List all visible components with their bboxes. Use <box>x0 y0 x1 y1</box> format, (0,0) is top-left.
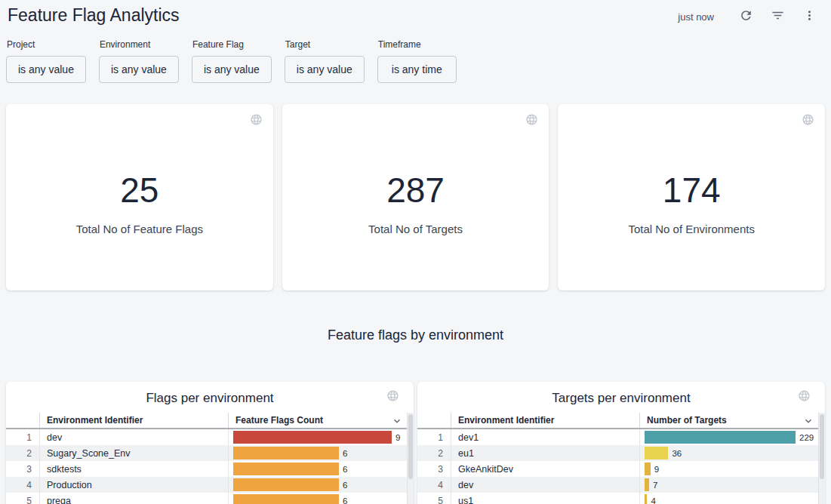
header-actions: just now <box>678 8 818 26</box>
globe-icon[interactable] <box>525 113 538 129</box>
value-bar[interactable] <box>233 463 339 475</box>
environment-cell[interactable]: dev <box>451 477 639 493</box>
kpi-value: 174 <box>663 172 721 208</box>
table-row[interactable]: 5preqa6 <box>6 493 414 504</box>
table-scrollbar[interactable] <box>407 413 414 504</box>
scrollbar-thumb[interactable] <box>820 414 824 479</box>
environment-cell[interactable]: Sugary_Scone_Env <box>39 445 228 461</box>
filter-label: Environment <box>100 40 179 50</box>
row-number-cell: 1 <box>6 429 39 445</box>
value-bar[interactable] <box>645 447 668 459</box>
environment-cell[interactable]: GkeAnkitDev <box>451 461 639 477</box>
value-label: 6 <box>343 465 347 474</box>
table-row[interactable]: 1dev9 <box>6 429 414 445</box>
filter-chip: Targetis any value <box>285 40 365 83</box>
value-bar[interactable] <box>645 478 649 491</box>
scrollbar-thumb[interactable] <box>408 414 413 479</box>
measure-bar-cell[interactable]: 4 <box>639 493 825 504</box>
value-label: 6 <box>343 481 347 490</box>
section-title: Feature flags by environment <box>0 327 831 343</box>
kpi-tile: 25Total No of Feature Flags <box>6 104 273 290</box>
row-number-cell: 3 <box>6 461 39 477</box>
filter-chip: Environmentis any value <box>99 40 179 83</box>
table-row[interactable]: 1dev1229 <box>417 429 825 445</box>
globe-icon[interactable] <box>802 113 814 129</box>
measure-bar-cell[interactable]: 9 <box>639 461 825 477</box>
value-label: 9 <box>654 465 659 474</box>
filter-value-button[interactable]: is any value <box>192 56 272 83</box>
kpi-row: 25Total No of Feature Flags287Total No o… <box>6 104 825 290</box>
dashboard-page: Feature Flag Analytics just now Projecti… <box>0 0 831 504</box>
globe-icon[interactable] <box>386 389 399 405</box>
environment-cell[interactable]: preqa <box>39 493 228 504</box>
filter-chip: Projectis any value <box>6 40 86 83</box>
column-header-environment[interactable]: Environment Identifier <box>39 413 228 428</box>
value-label: 229 <box>799 433 814 442</box>
table-row[interactable]: 5us14 <box>417 493 825 504</box>
table-row[interactable]: 2eu136 <box>417 445 825 461</box>
environment-cell[interactable]: sdktests <box>39 461 228 477</box>
filter-value-button[interactable]: is any value <box>99 56 179 83</box>
row-number-cell: 2 <box>417 445 451 461</box>
environment-cell[interactable]: Production <box>39 477 228 493</box>
measure-bar-cell[interactable]: 6 <box>228 445 414 461</box>
value-bar[interactable] <box>233 431 392 444</box>
globe-icon[interactable] <box>798 389 811 405</box>
table-row[interactable]: 3GkeAnkitDev9 <box>417 461 825 477</box>
filter-value-button[interactable]: is any value <box>6 56 86 83</box>
filter-value-button[interactable]: is any time <box>377 56 457 83</box>
row-number-cell: 1 <box>417 429 451 445</box>
kpi-tile: 287Total No of Targets <box>282 104 549 290</box>
row-number-column-header <box>417 413 451 428</box>
filter-icon <box>771 8 785 25</box>
environment-cell[interactable]: dev1 <box>451 429 639 445</box>
dashboard-filters-button[interactable] <box>768 8 786 26</box>
table-row[interactable]: 4Production6 <box>6 477 414 493</box>
value-label: 4 <box>651 496 655 504</box>
table-header-row: Environment IdentifierNumber of Targets <box>417 413 818 429</box>
measure-bar-cell[interactable]: 6 <box>228 477 414 493</box>
more-options-button[interactable] <box>800 8 818 26</box>
table-row[interactable]: 2Sugary_Scone_Env6 <box>6 445 414 461</box>
column-header-measure[interactable]: Feature Flags Count <box>228 413 407 428</box>
row-number-column-header <box>6 413 39 428</box>
table-scrollbar[interactable] <box>818 413 825 504</box>
column-header-measure[interactable]: Number of Targets <box>639 413 818 428</box>
kpi-label: Total No of Feature Flags <box>76 223 203 235</box>
value-label: 9 <box>395 433 400 442</box>
measure-bar-cell[interactable]: 7 <box>639 477 825 493</box>
refresh-button[interactable] <box>737 8 755 26</box>
page-title: Feature Flag Analytics <box>8 4 180 27</box>
kebab-menu-icon <box>802 8 817 25</box>
table-title: Flags per environment <box>6 382 414 413</box>
measure-bar-cell[interactable]: 9 <box>228 429 414 445</box>
filter-label: Target <box>285 40 365 50</box>
measure-bar-cell[interactable]: 6 <box>228 461 414 477</box>
measure-bar-cell[interactable]: 36 <box>639 445 825 461</box>
value-bar[interactable] <box>645 494 647 504</box>
filter-value-button[interactable]: is any value <box>285 56 365 83</box>
globe-icon[interactable] <box>250 113 263 129</box>
value-bar[interactable] <box>233 447 339 459</box>
value-label: 7 <box>653 481 657 490</box>
table-body: 1dev12292eu1363GkeAnkitDev94dev75us14 <box>417 429 825 504</box>
value-bar[interactable] <box>645 431 796 444</box>
value-label: 6 <box>343 496 347 504</box>
filter-label: Timeframe <box>378 40 457 50</box>
value-bar[interactable] <box>645 463 651 475</box>
table-row[interactable]: 3sdktests6 <box>6 461 414 477</box>
column-header-environment[interactable]: Environment Identifier <box>451 413 639 428</box>
chevron-down-icon[interactable] <box>802 415 814 429</box>
measure-bar-cell[interactable]: 229 <box>639 429 825 445</box>
row-number-cell: 3 <box>417 461 451 477</box>
value-bar[interactable] <box>233 494 339 504</box>
table-row[interactable]: 4dev7 <box>417 477 825 493</box>
environment-cell[interactable]: eu1 <box>451 445 639 461</box>
environment-cell[interactable]: dev <box>39 429 228 445</box>
row-number-cell: 4 <box>6 477 39 493</box>
chevron-down-icon[interactable] <box>391 415 403 429</box>
measure-bar-cell[interactable]: 6 <box>228 493 414 504</box>
value-label: 6 <box>343 449 347 458</box>
value-bar[interactable] <box>233 478 339 491</box>
environment-cell[interactable]: us1 <box>451 493 639 504</box>
